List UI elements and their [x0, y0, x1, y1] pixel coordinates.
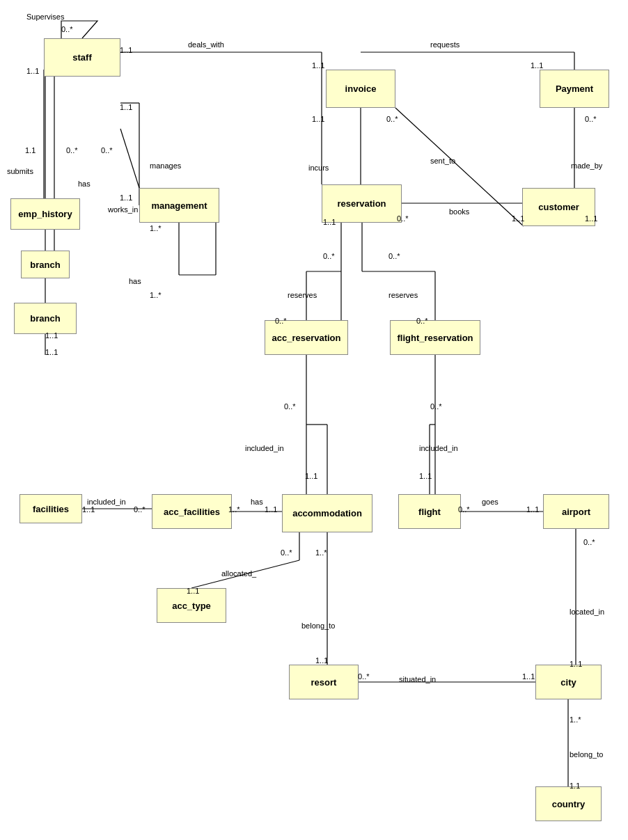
- label-11-city2: 1..1: [570, 660, 582, 668]
- label-incurs: incurs: [308, 164, 329, 172]
- label-manages: manages: [150, 161, 181, 170]
- label-0star-flight-res: 0..*: [388, 252, 400, 260]
- entity-job: branch: [21, 251, 70, 278]
- label-0star-airport: 0..*: [583, 538, 595, 546]
- label-0star-flight2: 0..*: [458, 505, 470, 514]
- label-11-branch-lower: 1..1: [45, 348, 58, 356]
- label-11-staff-right: 1..1: [120, 46, 132, 54]
- entity-city: city: [535, 665, 602, 699]
- entity-resort: resort: [289, 665, 359, 699]
- label-11-staff-emp: 1.1: [25, 146, 36, 154]
- entity-flight: flight: [398, 494, 461, 529]
- label-0star-payment: 0..*: [585, 115, 597, 123]
- label-11-airport: 1..1: [526, 505, 539, 514]
- entity-accommodation: accommodation: [282, 494, 372, 532]
- label-0star-1: 0..*: [61, 25, 73, 33]
- label-11-resort: 1..1: [315, 656, 328, 665]
- label-0star-fac: 0..*: [134, 505, 146, 514]
- label-requests: requests: [430, 40, 460, 49]
- label-belong-to-country: belong_to: [570, 750, 603, 759]
- entity-emp-history: emp_history: [10, 198, 80, 230]
- entity-acc-reservation: acc_reservation: [265, 320, 348, 355]
- label-11-invoice-lower: 1..1: [312, 115, 324, 123]
- label-1star-acc-fac: 1..*: [228, 505, 240, 514]
- label-11-facilities: 1..1: [82, 505, 95, 514]
- label-0star-reservation: 0..*: [397, 214, 409, 223]
- label-11-country: 1.1: [570, 782, 580, 790]
- label-11-mgmt-upper: 1..1: [120, 193, 132, 202]
- label-has-acc-fac: has: [251, 498, 263, 506]
- label-has-staff: has: [78, 180, 91, 188]
- label-1star-acc2: 1..*: [315, 548, 327, 557]
- label-0star-flight-res2: 0..*: [416, 317, 428, 325]
- entity-airport: airport: [543, 494, 609, 529]
- label-0star-branch: 0..*: [101, 146, 113, 154]
- label-belong-to-acc: belong_to: [301, 621, 335, 630]
- label-allocated: allocated_: [221, 569, 256, 578]
- label-0star-res-lower: 0..*: [323, 252, 335, 260]
- entity-branch: branch: [14, 303, 77, 334]
- label-works-in: works_in: [108, 205, 138, 214]
- label-1star-mgmt: 1..*: [150, 224, 162, 232]
- label-11-flight: 1..1: [419, 472, 432, 480]
- label-11-staff-lower: 1..1: [120, 103, 132, 111]
- label-submits: submits: [7, 167, 33, 175]
- label-11-acc-fac: 1..1: [265, 505, 277, 514]
- entity-staff: staff: [44, 38, 120, 77]
- svg-line-11: [120, 129, 139, 188]
- label-included-in-acc: included_in: [245, 444, 284, 452]
- connection-lines: [0, 0, 628, 840]
- label-0star-resort: 0..*: [358, 672, 370, 681]
- label-included-in-flight: included_in: [419, 444, 458, 452]
- label-1star-country: 1..*: [570, 715, 581, 724]
- label-11-acc-type: 1..1: [187, 587, 199, 595]
- label-0star-invoice: 0..*: [386, 115, 398, 123]
- label-0star-acc-res-lower: 0..*: [284, 402, 296, 411]
- label-11-invoice: 1..1: [312, 61, 324, 70]
- entity-flight-reservation: flight_reservation: [390, 320, 480, 355]
- label-11-customer-left: 1..1: [512, 214, 524, 223]
- label-0star-acc-res: 0..*: [275, 317, 287, 325]
- label-reserves-acc: reserves: [288, 291, 317, 299]
- entity-management: management: [139, 188, 219, 223]
- label-has-mgmt: has: [129, 277, 141, 285]
- label-11-staff-left: 1..1: [26, 67, 39, 75]
- label-goes: goes: [482, 498, 499, 506]
- label-made-by: made_by: [571, 161, 602, 170]
- entity-reservation: reservation: [322, 184, 402, 223]
- entity-country: country: [535, 786, 602, 821]
- label-11-acc: 1..1: [305, 472, 317, 480]
- label-0star-flight-res-lower: 0..*: [430, 402, 442, 411]
- label-0star-emp: 0..*: [66, 146, 78, 154]
- label-1star-mgmt2: 1..*: [150, 291, 162, 299]
- label-11-payment: 1..1: [531, 61, 543, 70]
- label-located-in: located_in: [570, 608, 604, 616]
- label-11-customer-right: 1..1: [585, 214, 597, 223]
- label-deals-with: deals_with: [188, 40, 224, 49]
- label-11-city: 1..1: [522, 672, 535, 681]
- label-situated-in: situated_in: [399, 675, 436, 683]
- label-11-reservation: 1..1: [323, 218, 336, 226]
- entity-acc-facilities: acc_facilities: [152, 494, 232, 529]
- label-0star-acc2: 0..*: [281, 548, 292, 557]
- label-sent-to: sent_to: [430, 157, 455, 165]
- entity-invoice: invoice: [326, 70, 395, 108]
- label-reserves-flight: reserves: [388, 291, 418, 299]
- entity-payment: Payment: [540, 70, 609, 108]
- label-supervises: Supervises: [26, 13, 64, 21]
- label-11-branch: 1..1: [45, 331, 58, 340]
- label-books: books: [449, 207, 469, 216]
- uml-diagram: staff emp_history branch branch manageme…: [0, 0, 628, 840]
- entity-facilities: facilities: [19, 494, 82, 523]
- label-included-in-fac: included_in: [87, 498, 126, 506]
